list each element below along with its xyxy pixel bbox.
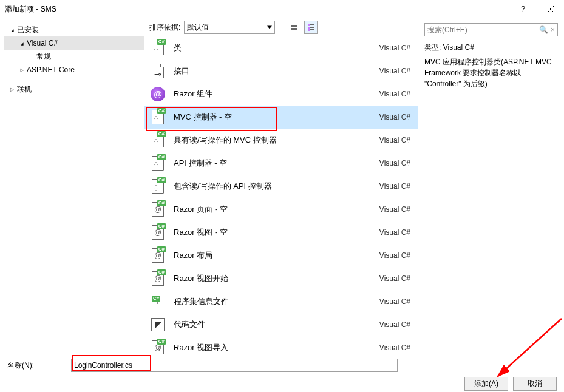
search-input[interactable] (427, 25, 539, 34)
code-icon (149, 316, 166, 333)
name-label: 名称(N): (7, 360, 65, 371)
item-language: Visual C# (379, 159, 410, 167)
item-name: 程序集信息文件 (174, 296, 372, 307)
help-button[interactable]: ? (509, 0, 537, 18)
template-item[interactable]: @C#Razor 视图导入Visual C# (144, 336, 418, 354)
item-language: Visual C# (379, 90, 410, 98)
search-box[interactable]: 🔍 × (424, 23, 558, 36)
item-language: Visual C# (379, 251, 410, 260)
tree-installed[interactable]: 已安装 (4, 23, 144, 36)
grid-icon (291, 25, 297, 30)
center-panel: 排序依据: 默认值 {}C#类Visual C#接口Visual C#Razor… (144, 18, 418, 354)
close-button[interactable] (537, 0, 564, 18)
item-name: 包含读/写操作的 API 控制器 (174, 181, 372, 192)
item-language: Visual C# (379, 44, 410, 52)
item-name: MVC 控制器 - 空 (174, 112, 372, 123)
view-grid-button[interactable] (287, 21, 301, 34)
template-item[interactable]: Razor 组件Visual C# (144, 83, 418, 106)
titlebar: 添加新项 - SMS ? (0, 0, 564, 18)
item-language: Visual C# (379, 320, 410, 329)
template-item[interactable]: {}C#类Visual C# (144, 36, 418, 59)
toolbar: 排序依据: 默认值 (144, 18, 418, 36)
tree-aspnet-core[interactable]: ASP.NET Core (4, 63, 144, 76)
name-input[interactable] (71, 359, 398, 372)
item-name: Razor 页面 - 空 (174, 204, 372, 215)
item-language: Visual C# (379, 67, 410, 75)
template-item[interactable]: {}C#API 控制器 - 空Visual C# (144, 152, 418, 175)
item-name: Razor 视图开始 (174, 273, 372, 284)
template-item[interactable]: @C#Razor 视图开始Visual C# (144, 267, 418, 290)
sort-dropdown[interactable]: 默认值 (184, 21, 275, 34)
item-language: Visual C# (379, 205, 410, 214)
template-item[interactable]: 接口Visual C# (144, 59, 418, 83)
item-language: Visual C# (379, 113, 410, 121)
tree-general[interactable]: 常规 (4, 50, 144, 63)
item-name: 接口 (174, 66, 372, 76)
tree-online[interactable]: 联机 (4, 83, 144, 96)
template-item[interactable]: @C#Razor 布局Visual C# (144, 244, 418, 267)
item-name: API 控制器 - 空 (174, 158, 372, 169)
template-item[interactable]: @C#Razor 视图 - 空Visual C# (144, 221, 418, 244)
item-language: Visual C# (379, 274, 410, 283)
template-item[interactable]: iC#程序集信息文件Visual C# (144, 290, 418, 313)
cs-icon: {}C# (149, 132, 166, 149)
template-item[interactable]: {}C#MVC 控制器 - 空Visual C# (144, 106, 418, 129)
cs-icon: {}C# (149, 109, 166, 126)
item-name: 代码文件 (174, 319, 372, 330)
item-language: Visual C# (379, 182, 410, 191)
item-name: 具有读/写操作的 MVC 控制器 (174, 135, 372, 146)
item-language: Visual C# (379, 343, 410, 352)
cancel-button[interactable]: 取消 (513, 377, 557, 391)
tree-visual-csharp[interactable]: Visual C# (4, 36, 144, 50)
template-item[interactable]: {}C#具有读/写操作的 MVC 控制器Visual C# (144, 129, 418, 152)
cs-icon: {}C# (149, 39, 166, 56)
chevron-right-icon (18, 67, 25, 73)
chevron-right-icon (8, 86, 16, 93)
at-icon: @C# (149, 339, 166, 354)
at-icon: @C# (149, 247, 166, 264)
chevron-down-icon (18, 40, 25, 47)
details-panel: 🔍 × 类型: Visual C# MVC 应用程序控制器类(ASP.NET M… (418, 18, 564, 354)
sidebar: 已安装 Visual C# 常规 ASP.NET Core 联机 (0, 18, 144, 354)
info-icon: iC# (149, 293, 166, 310)
interface-icon (149, 63, 166, 79)
add-button[interactable]: 添加(A) (464, 377, 508, 391)
template-item[interactable]: {}C#包含读/写操作的 API 控制器Visual C# (144, 175, 418, 198)
at-icon: @C# (149, 224, 166, 241)
cs-icon: {}C# (149, 178, 166, 195)
clear-icon[interactable]: × (551, 25, 555, 34)
item-name: Razor 布局 (174, 250, 372, 261)
template-item[interactable]: @C#Razor 页面 - 空Visual C# (144, 198, 418, 221)
footer: 名称(N): 添加(A) 取消 (0, 354, 564, 392)
template-item[interactable]: 代码文件Visual C# (144, 313, 418, 336)
cs-icon: {}C# (149, 155, 166, 172)
template-list[interactable]: {}C#类Visual C#接口Visual C#Razor 组件Visual … (144, 36, 418, 354)
close-icon (548, 6, 554, 12)
razor-icon (149, 86, 166, 103)
detail-description: MVC 应用程序控制器类(ASP.NET MVC Framework 要求控制器… (424, 56, 558, 89)
item-name: Razor 视图 - 空 (174, 227, 372, 238)
item-name: Razor 视图导入 (174, 342, 372, 353)
chevron-down-icon (8, 27, 16, 33)
window-title: 添加新项 - SMS (5, 4, 509, 15)
search-icon: 🔍 (539, 25, 548, 34)
at-icon: @C# (149, 201, 166, 218)
item-name: 类 (174, 42, 372, 53)
item-language: Visual C# (379, 228, 410, 237)
item-language: Visual C# (379, 136, 410, 144)
detail-type-row: 类型: Visual C# (424, 42, 558, 53)
item-name: Razor 组件 (174, 89, 372, 100)
view-list-button[interactable] (304, 21, 318, 34)
sort-label: 排序依据: (149, 22, 180, 33)
at-icon: @C# (149, 270, 166, 287)
list-icon (308, 24, 314, 31)
item-language: Visual C# (379, 297, 410, 306)
